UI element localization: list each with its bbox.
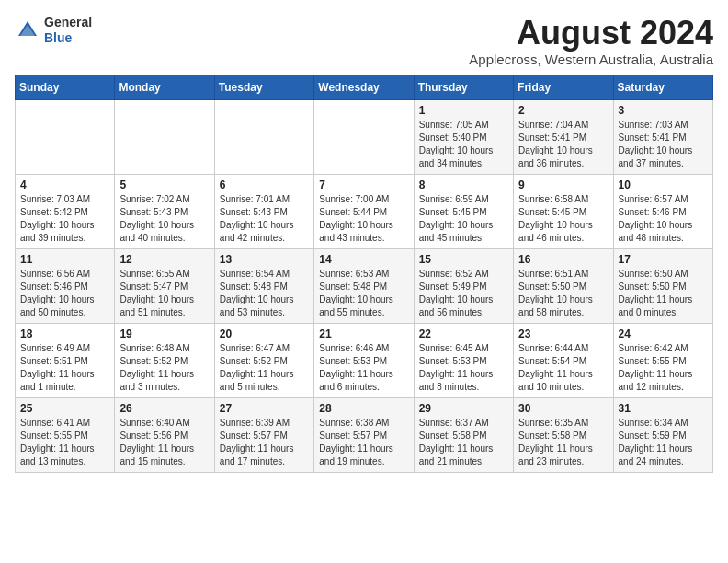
logo-icon — [15, 17, 40, 43]
week-row-4: 18Sunrise: 6:49 AM Sunset: 5:51 PM Dayli… — [16, 323, 713, 397]
calendar-cell: 7Sunrise: 7:00 AM Sunset: 5:44 PM Daylig… — [314, 174, 414, 248]
day-number: 20 — [220, 327, 309, 340]
calendar-cell: 2Sunrise: 7:04 AM Sunset: 5:41 PM Daylig… — [514, 99, 613, 174]
day-info: Sunrise: 6:54 AM Sunset: 5:48 PM Dayligh… — [220, 268, 309, 319]
calendar-cell: 12Sunrise: 6:55 AM Sunset: 5:47 PM Dayli… — [115, 248, 214, 323]
day-number: 3 — [619, 104, 708, 117]
calendar-cell: 20Sunrise: 6:47 AM Sunset: 5:52 PM Dayli… — [214, 323, 313, 397]
day-info: Sunrise: 7:05 AM Sunset: 5:40 PM Dayligh… — [419, 119, 508, 170]
day-number: 14 — [319, 253, 408, 266]
day-number: 26 — [119, 402, 209, 415]
day-info: Sunrise: 6:55 AM Sunset: 5:47 PM Dayligh… — [119, 268, 209, 319]
day-number: 11 — [20, 253, 109, 266]
day-info: Sunrise: 6:34 AM Sunset: 5:59 PM Dayligh… — [619, 417, 708, 468]
day-number: 16 — [518, 253, 608, 266]
day-number: 8 — [419, 178, 508, 191]
calendar-cell: 13Sunrise: 6:54 AM Sunset: 5:48 PM Dayli… — [214, 248, 313, 323]
day-info: Sunrise: 6:52 AM Sunset: 5:49 PM Dayligh… — [419, 268, 508, 319]
day-number: 17 — [619, 253, 708, 266]
week-row-5: 25Sunrise: 6:41 AM Sunset: 5:55 PM Dayli… — [16, 397, 713, 472]
day-number: 7 — [319, 178, 408, 191]
day-number: 31 — [619, 402, 708, 415]
day-number: 25 — [20, 402, 109, 415]
calendar-cell: 10Sunrise: 6:57 AM Sunset: 5:46 PM Dayli… — [613, 174, 712, 248]
calendar-cell: 27Sunrise: 6:39 AM Sunset: 5:57 PM Dayli… — [214, 397, 313, 472]
day-info: Sunrise: 6:42 AM Sunset: 5:55 PM Dayligh… — [619, 342, 708, 394]
calendar-header: SundayMondayTuesdayWednesdayThursdayFrid… — [16, 75, 713, 99]
day-info: Sunrise: 7:04 AM Sunset: 5:41 PM Dayligh… — [518, 119, 608, 170]
calendar-cell: 23Sunrise: 6:44 AM Sunset: 5:54 PM Dayli… — [514, 323, 613, 397]
day-info: Sunrise: 6:45 AM Sunset: 5:53 PM Dayligh… — [419, 342, 508, 394]
calendar-cell: 26Sunrise: 6:40 AM Sunset: 5:56 PM Dayli… — [115, 397, 214, 472]
month-title: August 2024 — [469, 15, 713, 52]
calendar-cell: 22Sunrise: 6:45 AM Sunset: 5:53 PM Dayli… — [414, 323, 513, 397]
calendar-cell: 6Sunrise: 7:01 AM Sunset: 5:43 PM Daylig… — [214, 174, 313, 248]
day-number: 29 — [419, 402, 508, 415]
subtitle: Applecross, Western Australia, Australia — [469, 52, 713, 67]
day-number: 19 — [119, 327, 209, 340]
calendar-cell: 15Sunrise: 6:52 AM Sunset: 5:49 PM Dayli… — [414, 248, 513, 323]
day-number: 21 — [319, 327, 408, 340]
day-info: Sunrise: 6:37 AM Sunset: 5:58 PM Dayligh… — [419, 417, 508, 468]
calendar-cell: 16Sunrise: 6:51 AM Sunset: 5:50 PM Dayli… — [514, 248, 613, 323]
calendar-cell: 24Sunrise: 6:42 AM Sunset: 5:55 PM Dayli… — [613, 323, 712, 397]
calendar-cell: 3Sunrise: 7:03 AM Sunset: 5:41 PM Daylig… — [613, 99, 712, 174]
day-number: 9 — [518, 178, 608, 191]
day-info: Sunrise: 6:41 AM Sunset: 5:55 PM Dayligh… — [20, 417, 109, 468]
day-info: Sunrise: 6:57 AM Sunset: 5:46 PM Dayligh… — [619, 193, 708, 245]
calendar-cell — [214, 99, 313, 174]
day-info: Sunrise: 6:53 AM Sunset: 5:48 PM Dayligh… — [319, 268, 408, 319]
logo: General Blue — [15, 15, 92, 46]
calendar-cell: 8Sunrise: 6:59 AM Sunset: 5:45 PM Daylig… — [414, 174, 513, 248]
day-number: 2 — [518, 104, 608, 117]
day-info: Sunrise: 7:01 AM Sunset: 5:43 PM Dayligh… — [220, 193, 309, 245]
col-header-thursday: Thursday — [414, 75, 513, 99]
col-header-friday: Friday — [514, 75, 613, 99]
day-number: 23 — [518, 327, 608, 340]
day-info: Sunrise: 7:03 AM Sunset: 5:42 PM Dayligh… — [20, 193, 109, 245]
day-number: 4 — [20, 178, 109, 191]
col-header-saturday: Saturday — [613, 75, 712, 99]
logo-blue: Blue — [44, 30, 72, 45]
calendar-cell: 25Sunrise: 6:41 AM Sunset: 5:55 PM Dayli… — [16, 397, 115, 472]
day-info: Sunrise: 7:00 AM Sunset: 5:44 PM Dayligh… — [319, 193, 408, 245]
day-info: Sunrise: 6:49 AM Sunset: 5:51 PM Dayligh… — [20, 342, 109, 394]
day-info: Sunrise: 6:56 AM Sunset: 5:46 PM Dayligh… — [20, 268, 109, 319]
calendar-cell — [115, 99, 214, 174]
day-info: Sunrise: 6:59 AM Sunset: 5:45 PM Dayligh… — [419, 193, 508, 245]
calendar-cell: 18Sunrise: 6:49 AM Sunset: 5:51 PM Dayli… — [16, 323, 115, 397]
col-header-tuesday: Tuesday — [214, 75, 313, 99]
calendar-cell — [314, 99, 414, 174]
day-info: Sunrise: 6:46 AM Sunset: 5:53 PM Dayligh… — [319, 342, 408, 394]
day-number: 27 — [220, 402, 309, 415]
day-info: Sunrise: 6:51 AM Sunset: 5:50 PM Dayligh… — [518, 268, 608, 319]
day-number: 30 — [518, 402, 608, 415]
col-header-wednesday: Wednesday — [314, 75, 414, 99]
day-info: Sunrise: 6:40 AM Sunset: 5:56 PM Dayligh… — [119, 417, 209, 468]
calendar-cell: 14Sunrise: 6:53 AM Sunset: 5:48 PM Dayli… — [314, 248, 414, 323]
calendar-cell: 30Sunrise: 6:35 AM Sunset: 5:58 PM Dayli… — [514, 397, 613, 472]
week-row-1: 1Sunrise: 7:05 AM Sunset: 5:40 PM Daylig… — [16, 99, 713, 174]
day-info: Sunrise: 6:47 AM Sunset: 5:52 PM Dayligh… — [220, 342, 309, 394]
calendar-cell: 17Sunrise: 6:50 AM Sunset: 5:50 PM Dayli… — [613, 248, 712, 323]
page-header: General Blue August 2024 Applecross, Wes… — [15, 15, 713, 67]
calendar-table: SundayMondayTuesdayWednesdayThursdayFrid… — [15, 75, 713, 473]
day-number: 6 — [220, 178, 309, 191]
day-number: 1 — [419, 104, 508, 117]
calendar-cell: 9Sunrise: 6:58 AM Sunset: 5:45 PM Daylig… — [514, 174, 613, 248]
day-number: 18 — [20, 327, 109, 340]
week-row-3: 11Sunrise: 6:56 AM Sunset: 5:46 PM Dayli… — [16, 248, 713, 323]
day-info: Sunrise: 6:38 AM Sunset: 5:57 PM Dayligh… — [319, 417, 408, 468]
day-number: 28 — [319, 402, 408, 415]
day-info: Sunrise: 7:02 AM Sunset: 5:43 PM Dayligh… — [119, 193, 209, 245]
day-number: 10 — [619, 178, 708, 191]
calendar-cell: 19Sunrise: 6:48 AM Sunset: 5:52 PM Dayli… — [115, 323, 214, 397]
day-number: 22 — [419, 327, 508, 340]
calendar-cell: 21Sunrise: 6:46 AM Sunset: 5:53 PM Dayli… — [314, 323, 414, 397]
calendar-cell: 11Sunrise: 6:56 AM Sunset: 5:46 PM Dayli… — [16, 248, 115, 323]
calendar-cell: 28Sunrise: 6:38 AM Sunset: 5:57 PM Dayli… — [314, 397, 414, 472]
calendar-cell: 5Sunrise: 7:02 AM Sunset: 5:43 PM Daylig… — [115, 174, 214, 248]
calendar-cell: 29Sunrise: 6:37 AM Sunset: 5:58 PM Dayli… — [414, 397, 513, 472]
day-number: 13 — [220, 253, 309, 266]
day-info: Sunrise: 6:48 AM Sunset: 5:52 PM Dayligh… — [119, 342, 209, 394]
